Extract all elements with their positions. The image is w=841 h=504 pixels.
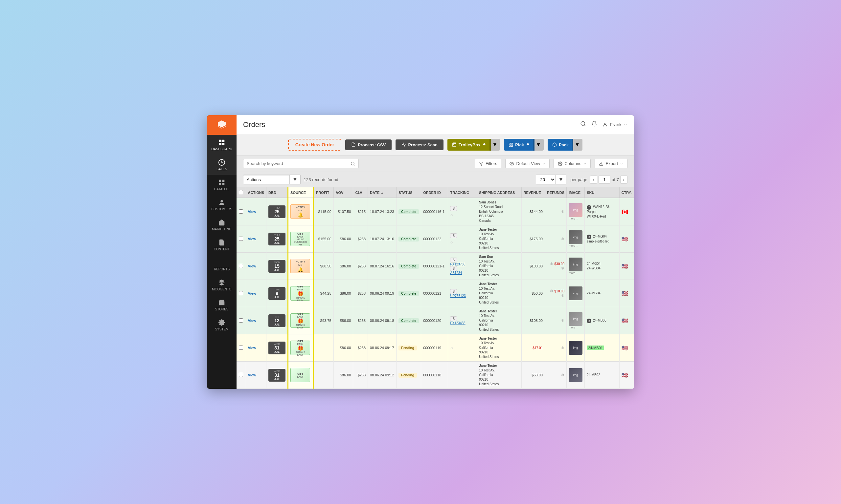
sidebar-item-marketing[interactable]: MARKETING [207,215,237,235]
row-orderid-cell: 000000119 [421,335,448,362]
tracking-link[interactable]: FX123456 [450,321,475,325]
view-link[interactable]: View [248,373,256,377]
row-country-cell: 🇺🇸 [619,307,634,335]
row-sku-cell: 2 WSH12-28-PurpleWH09-L-Red [585,198,619,226]
row-source-cell: GIFT EASY [288,362,314,389]
more-link[interactable]: more ↓ [569,271,582,275]
sidebar-logo[interactable] [207,115,237,135]
user-menu[interactable]: Frank [602,122,628,127]
row-checkbox[interactable] [239,318,243,323]
process-scan-button[interactable]: Process: Scan [396,140,444,150]
view-link[interactable]: View [248,264,256,268]
actions-arrow[interactable]: ▼ [289,175,300,184]
filters-button[interactable]: Filters [475,159,501,168]
header-status[interactable]: STATUS [396,187,421,198]
header-sku[interactable]: SKU [585,187,619,198]
tracking-link-2[interactable]: AB1234 [450,271,475,275]
header-aov[interactable]: AOV [333,187,353,198]
header-actions[interactable]: ACTIONS [246,187,267,198]
more-link[interactable]: more ↓ [569,217,582,220]
columns-button[interactable]: Columns [553,159,591,168]
row-checkbox[interactable] [239,345,243,350]
trolleybox-dropdown-arrow[interactable]: ▼ [490,139,500,150]
row-checkbox[interactable] [239,237,243,241]
search-input[interactable] [247,161,348,166]
row-checkbox[interactable] [239,291,243,295]
view-link[interactable]: View [248,237,256,241]
search-icon[interactable] [580,121,586,128]
pack-dropdown-arrow[interactable]: ▼ [572,139,582,150]
trolleybox-button[interactable]: TrolleyBox [447,139,491,150]
tracking-badge[interactable]: S [450,316,457,321]
header-profit[interactable]: PROFIT [314,187,334,198]
row-tracking-cell: S UP765123 [448,280,477,307]
sidebar-item-dashboard[interactable]: DASHBOARD [207,135,237,155]
process-csv-button[interactable]: Process: CSV [345,140,392,150]
tracking-badge-2[interactable]: S [450,266,457,271]
sidebar-item-reports[interactable]: REPORTS [207,255,237,275]
per-page-select[interactable]: 20 50 100 [536,175,555,184]
row-checkbox-cell [237,362,246,389]
sidebar-item-customers[interactable]: CUSTOMERS [207,195,237,215]
product-image: img [569,368,582,382]
header-ctry[interactable]: CTRY. [619,187,634,198]
row-image-cell: img more ↓ [567,307,585,335]
tracking-badge[interactable]: S [450,289,457,294]
header-dbd[interactable]: DBD [267,187,288,198]
row-checkbox[interactable] [239,209,243,214]
row-checkbox[interactable] [239,373,243,377]
row-refunds-cell: ❄ [545,307,566,335]
sidebar-item-content[interactable]: CONTENT [207,235,237,255]
refund-value: $30.00 [554,262,565,266]
shipping-address: Jane Tester10 Test Av.California90210Uni… [479,228,519,250]
view-link[interactable]: View [248,319,256,323]
row-actions-cell: View [246,362,267,389]
per-page-arrow[interactable]: ▼ [555,175,566,184]
header-shipping[interactable]: SHIPPING ADDRESS [477,187,521,198]
more-link[interactable]: more ↓ [569,326,582,329]
export-button[interactable]: Export [595,159,628,168]
sidebar-item-stores[interactable]: STORES [207,295,237,315]
view-link[interactable]: View [248,291,256,295]
next-page-button[interactable]: › [620,176,628,184]
tracking-link[interactable]: FX123765 [450,263,475,266]
page-input[interactable] [599,176,611,184]
select-all-checkbox[interactable] [239,190,243,194]
sidebar-item-catalog[interactable]: CATALOG [207,175,237,195]
default-view-button[interactable]: Default View [505,159,550,168]
svg-rect-0 [219,140,221,142]
header-image[interactable]: IMAGE [567,187,585,198]
header-date[interactable]: DATE ▲ [368,187,396,198]
row-checkbox[interactable] [239,264,243,268]
snowflake-icon: ❄ [561,318,564,323]
view-link[interactable]: View [248,210,256,214]
prev-page-button[interactable]: ‹ [590,176,597,184]
tracking-badge[interactable]: S [450,233,457,238]
view-link[interactable]: View [248,346,256,350]
pack-button[interactable]: Pack [548,139,573,150]
header-orderid[interactable]: ORDER ID [421,187,448,198]
pick-button[interactable]: Pick [504,139,534,150]
more-link[interactable]: more ↓ [569,244,582,247]
chevron-down-icon [542,162,545,165]
tracking-link[interactable]: UP765123 [450,294,475,298]
header-refunds[interactable]: REFUNDS [545,187,566,198]
header-revenue[interactable]: REVENUE [521,187,545,198]
sidebar-item-sales[interactable]: SALES [207,155,237,175]
row-tracking-cell: S ○ [448,226,477,253]
pick-dropdown-arrow[interactable]: ▼ [533,139,544,150]
header-source[interactable]: SOURCE [288,187,314,198]
row-dbd-cell: WED 31 JUL [267,335,288,362]
tracking-badge[interactable]: S [450,206,457,211]
tracking-badge[interactable]: S [450,257,457,263]
search-submit-icon[interactable] [350,161,355,166]
actions-select[interactable]: Actions [243,176,289,184]
sidebar-item-system[interactable]: SYSTEM [207,315,237,335]
sidebar-item-moogento[interactable]: MOOGENTO [207,275,237,295]
row-orderid-cell: 000000121-1 [421,253,448,280]
row-shipping-cell: Jane Tester10 Test Av.California90210Uni… [477,226,521,253]
bell-icon[interactable] [591,121,597,128]
header-clv[interactable]: CLV [353,187,368,198]
create-order-button[interactable]: Create New Order [288,139,341,150]
header-tracking[interactable]: TRACKING [448,187,477,198]
